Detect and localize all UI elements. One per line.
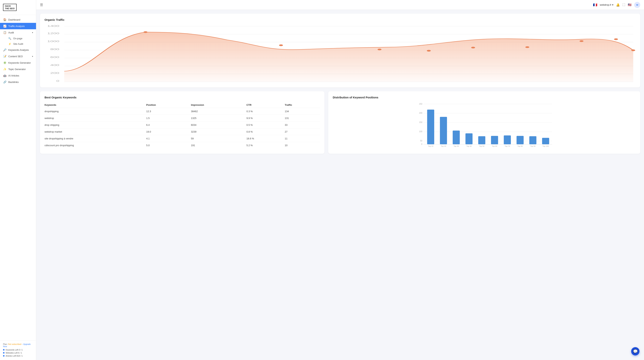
svg-text:0: 0	[421, 143, 422, 145]
keywords-analysis-icon: 🔎	[3, 48, 6, 51]
chat-button[interactable]: 💬	[631, 347, 640, 355]
bar-label: Top 20	[441, 145, 446, 147]
keyword-cell: cdiscount pro dropshipping	[44, 142, 144, 149]
impression-cell: 1325	[189, 115, 244, 122]
topic-generator-icon: ✨	[3, 68, 6, 71]
sidebar: HACK THE SEO! 🏠Dashboard📈Traffic Analysi…	[0, 0, 36, 360]
sidebar-item-traffic-analysis[interactable]: 📈Traffic Analysis	[0, 23, 36, 29]
keywords-tbody: dropshipping 12.3 38462 0.3 % 134 webdro…	[44, 108, 320, 149]
sidebar-item-label: Content SEO	[8, 55, 23, 58]
sidebar-item-backlinks[interactable]: 🔗Backlinks	[0, 79, 36, 85]
keyword-cell: site dropshipping à vendre	[44, 135, 144, 142]
site-audit-icon: ⚡	[8, 43, 11, 45]
sidebar-subitem-on-page[interactable]: 🔍On-page	[0, 36, 36, 41]
position-cell: 5.0	[144, 142, 189, 149]
sidebar-item-label: Topic Generator	[8, 68, 26, 71]
ctr-cell: 0.5 %	[244, 122, 282, 128]
table-row: dropshipping 12.3 38462 0.3 % 134	[44, 108, 320, 115]
table-row: drop shipping 6.4 6034 0.5 % 33	[44, 122, 320, 128]
bar-rect	[516, 136, 524, 144]
svg-text:150: 150	[419, 121, 422, 123]
table-header-row: Keywords Position Impression CTR Traffic	[44, 102, 320, 108]
svg-text:1200: 1200	[47, 32, 59, 35]
bar-label: Top 90	[530, 145, 536, 147]
sidebar-item-keywords-generator[interactable]: ✳️Keywords Generator	[0, 60, 36, 66]
topbar-right: 🇫🇷 webdrop.fr ▾ 🔔 ⛶ 🇺🇸 W	[593, 2, 640, 8]
content: Organic Traffic 0 200 400 600 800 1000 1…	[36, 10, 644, 360]
bar-rect	[478, 136, 485, 144]
svg-text:200: 200	[419, 112, 422, 114]
svg-text:0: 0	[56, 80, 59, 82]
bar-rect	[529, 136, 536, 144]
sidebar-item-audit[interactable]: 📋Audit▾	[0, 29, 36, 36]
keywords-table: Keywords Position Impression CTR Traffic…	[44, 102, 320, 149]
svg-text:1000: 1000	[47, 40, 59, 43]
position-cell: 1.5	[144, 115, 189, 122]
stat-label: Websites Left 6 / 1	[6, 352, 22, 354]
sidebar-subitem-site-audit[interactable]: ⚡Site Audit	[0, 41, 36, 47]
stat-line: Websites Left 6 / 1	[3, 352, 33, 354]
main-area: ☰ 🇫🇷 webdrop.fr ▾ 🔔 ⛶ 🇺🇸 W Organic Traff…	[36, 0, 644, 360]
col-impression: Impression	[189, 102, 244, 108]
stat-label: Keywords Left 0 / 1	[6, 349, 23, 351]
position-cell: 19.0	[144, 128, 189, 135]
sidebar-subitem-label: On-page	[13, 37, 22, 40]
table-row: webdrop market 19.0 3239 0.8 % 27	[44, 128, 320, 135]
traffic-cell: 27	[282, 128, 320, 135]
traffic-svg: 0 200 400 600 800 1000 1200 1400	[44, 24, 636, 83]
ctr-cell: 0.3 %	[244, 108, 282, 115]
col-keywords: Keywords	[44, 102, 144, 108]
sidebar-item-ai-articles[interactable]: 🤖AI Articles	[0, 72, 36, 79]
data-point	[471, 47, 475, 48]
sidebar-item-label: Keywords Analysis	[8, 49, 29, 51]
sidebar-item-label: AI Articles	[8, 74, 19, 77]
sidebar-item-dashboard[interactable]: 🏠Dashboard	[0, 17, 36, 23]
col-position: Position	[144, 102, 189, 108]
audit-icon: 📋	[3, 31, 6, 34]
bell-icon[interactable]: 🔔	[616, 3, 620, 7]
bar-rect	[491, 136, 498, 144]
svg-text:800: 800	[50, 48, 59, 51]
ctr-cell: 9.9 %	[244, 115, 282, 122]
nav-container: 🏠Dashboard📈Traffic Analysis📋Audit▾🔍On-pa…	[0, 17, 36, 85]
traffic-cell: 134	[282, 108, 320, 115]
sidebar-item-content-seo[interactable]: 📝Content SEO▾	[0, 53, 36, 60]
site-selector[interactable]: webdrop.fr ▾	[600, 4, 614, 6]
data-point	[631, 50, 635, 51]
bar-chart-area: 250 200 150 100 50 0 Top 10Top 20Top 30T…	[333, 102, 636, 149]
table-row: webdrop 1.5 1325 9.9 % 131	[44, 115, 320, 122]
sidebar-footer: Plan: Not subscribed - Upgrade Now Keywo…	[0, 340, 36, 360]
table-row: site dropshipping à vendre 4.1 59 18.6 %…	[44, 135, 320, 142]
bar-label: Top 70	[504, 145, 510, 147]
impression-cell: 38462	[189, 108, 244, 115]
sidebar-item-label: Backlinks	[8, 81, 19, 83]
impression-cell: 3239	[189, 128, 244, 135]
ctr-cell: 0.8 %	[244, 128, 282, 135]
menu-icon[interactable]: ☰	[40, 3, 43, 7]
traffic-cell: 131	[282, 115, 320, 122]
lang-flag[interactable]: 🇺🇸	[628, 3, 632, 7]
bar-rect	[542, 138, 549, 144]
sidebar-item-keywords-analysis[interactable]: 🔎Keywords Analysis	[0, 47, 36, 53]
sidebar-item-topic-generator[interactable]: ✨Topic Generator	[0, 66, 36, 72]
bar-rect	[427, 110, 434, 144]
data-point	[144, 31, 148, 33]
avatar[interactable]: W	[634, 2, 640, 8]
stat-label: Articles Left 818 / 1	[6, 355, 23, 357]
position-cell: 12.3	[144, 108, 189, 115]
data-point	[378, 49, 382, 50]
stat-dot	[3, 349, 4, 350]
bar-label: Top 80	[518, 145, 523, 147]
bar-rect	[466, 133, 473, 144]
chevron-icon: ▾	[32, 32, 33, 34]
fullscreen-icon[interactable]: ⛶	[622, 4, 625, 7]
traffic-cell: 11	[282, 135, 320, 142]
bar-label: Top 100	[542, 145, 549, 147]
content-seo-icon: 📝	[3, 55, 6, 58]
data-point	[614, 38, 618, 40]
position-cell: 6.4	[144, 122, 189, 128]
svg-text:400: 400	[50, 64, 59, 67]
bar-rect	[453, 130, 460, 144]
data-point	[580, 40, 584, 42]
impression-cell: 191	[189, 142, 244, 149]
